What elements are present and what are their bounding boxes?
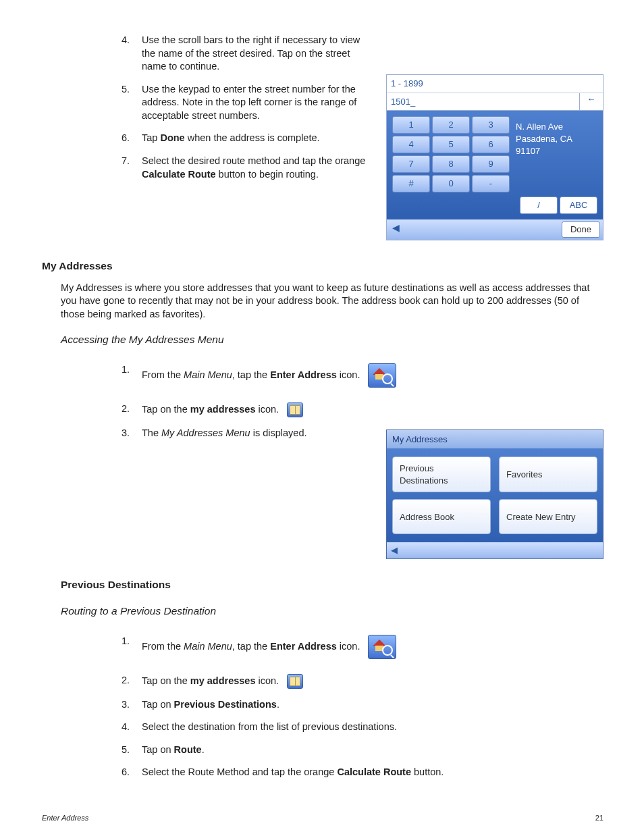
text: Tap Done when the address is complete.: [142, 132, 374, 145]
heading-routing: Routing to a Previous Destination: [61, 604, 603, 619]
back-triangle-icon[interactable]: ◀: [390, 221, 402, 238]
num: 3.: [103, 698, 142, 712]
text: Tap on Route.: [142, 744, 603, 757]
page-number: 21: [595, 813, 603, 823]
route-step-4: 4. Select the destination from the list …: [103, 721, 603, 734]
route-step-3: 3. Tap on Previous Destinations.: [103, 698, 603, 712]
step-7: 7.Select the desired route method and ta…: [103, 155, 374, 181]
route-step-6: 6. Select the Route Method and tap the o…: [103, 766, 603, 779]
step-4: 4.Use the scroll bars to the right if ne…: [103, 34, 374, 74]
keypad-keys: 123 456 789 #0-: [390, 114, 512, 194]
num: 1.: [103, 363, 142, 388]
num: 4.: [103, 721, 142, 734]
back-triangle-icon[interactable]: ◀: [391, 545, 398, 555]
heading-my-addresses: My Addresses: [42, 259, 603, 273]
num: 5.: [103, 744, 142, 757]
num: 2.: [103, 674, 142, 689]
key-9[interactable]: 9: [472, 155, 510, 173]
text: Select the destination from the list of …: [142, 721, 603, 734]
text: Tap on the my addresses icon.: [142, 674, 603, 689]
num: 6.: [103, 132, 142, 145]
enter-address-icon: [368, 363, 396, 388]
heading-accessing: Accessing the My Addresses Menu: [61, 333, 603, 347]
key-6[interactable]: 6: [472, 136, 510, 153]
key-slash[interactable]: /: [520, 197, 558, 214]
addr-line2: Pasadena, CA 91107: [516, 133, 597, 157]
text: Tap on the my addresses icon.: [142, 402, 603, 417]
paragraph-my-addresses: My Addresses is where you store addresse…: [61, 282, 603, 321]
text: Select the desired route method and tap …: [142, 155, 374, 181]
key-4[interactable]: 4: [392, 136, 430, 153]
key-2[interactable]: 2: [432, 116, 470, 134]
address-book-button[interactable]: Address Book: [392, 499, 491, 534]
num: 4.: [103, 34, 142, 74]
key-dash[interactable]: -: [472, 175, 510, 192]
num: 2.: [103, 402, 142, 417]
favorites-button[interactable]: Favorites: [499, 457, 597, 492]
my-addresses-icon: [287, 402, 303, 417]
key-5[interactable]: 5: [432, 136, 470, 153]
text: Use the scroll bars to the right if nece…: [142, 34, 374, 74]
previous-destinations-button[interactable]: Previous Destinations: [392, 457, 491, 492]
key-3[interactable]: 3: [472, 116, 510, 134]
page-footer: Enter Address 21: [42, 813, 603, 823]
num: 6.: [103, 766, 142, 779]
heading-previous-destinations: Previous Destinations: [61, 578, 603, 592]
footer-section: Enter Address: [42, 813, 595, 823]
text: Use the keypad to enter the street numbe…: [142, 83, 374, 123]
keypad-value: 1501_: [387, 93, 579, 111]
access-step-3: 3. The My Addresses Menu is displayed.: [103, 427, 603, 440]
text: The My Addresses Menu is displayed.: [142, 427, 603, 440]
route-step-1: 1. From the Main Menu, tap the Enter Add…: [103, 635, 603, 659]
num: 3.: [103, 427, 142, 440]
my-addresses-screenshot: My Addresses Previous Destinations Favor…: [386, 429, 603, 559]
backspace-icon[interactable]: ←: [579, 93, 603, 111]
num: 7.: [103, 155, 142, 181]
addr-line1: N. Allen Ave: [516, 121, 597, 133]
step-5: 5.Use the keypad to enter the street num…: [103, 83, 374, 123]
text: From the Main Menu, tap the Enter Addres…: [142, 363, 603, 388]
access-step-2: 2. Tap on the my addresses icon.: [103, 402, 603, 417]
key-8[interactable]: 8: [432, 155, 470, 173]
create-new-entry-button[interactable]: Create New Entry: [499, 499, 597, 534]
key-1[interactable]: 1: [392, 116, 430, 134]
my-addresses-icon: [287, 674, 303, 689]
keypad-address: N. Allen Ave Pasadena, CA 91107: [512, 114, 599, 194]
done-button[interactable]: Done: [562, 221, 600, 238]
num: 5.: [103, 83, 142, 123]
key-0[interactable]: 0: [432, 175, 470, 192]
key-hash[interactable]: #: [392, 175, 430, 192]
route-step-2: 2. Tap on the my addresses icon.: [103, 674, 603, 689]
access-step-1: 1. From the Main Menu, tap the Enter Add…: [103, 363, 603, 388]
enter-address-icon: [368, 635, 396, 659]
keypad-range: 1 - 1899: [387, 75, 603, 93]
step-6: 6.Tap Done when the address is complete.: [103, 132, 374, 145]
key-abc[interactable]: ABC: [560, 197, 597, 214]
key-7[interactable]: 7: [392, 155, 430, 173]
num: 1.: [103, 635, 142, 659]
text: From the Main Menu, tap the Enter Addres…: [142, 635, 603, 659]
text: Tap on Previous Destinations.: [142, 698, 603, 712]
route-step-5: 5. Tap on Route.: [103, 744, 603, 757]
text: Select the Route Method and tap the oran…: [142, 766, 603, 779]
keypad-screenshot: 1 - 1899 1501_ ← 123 456 789 #0- N. Alle…: [386, 74, 603, 240]
